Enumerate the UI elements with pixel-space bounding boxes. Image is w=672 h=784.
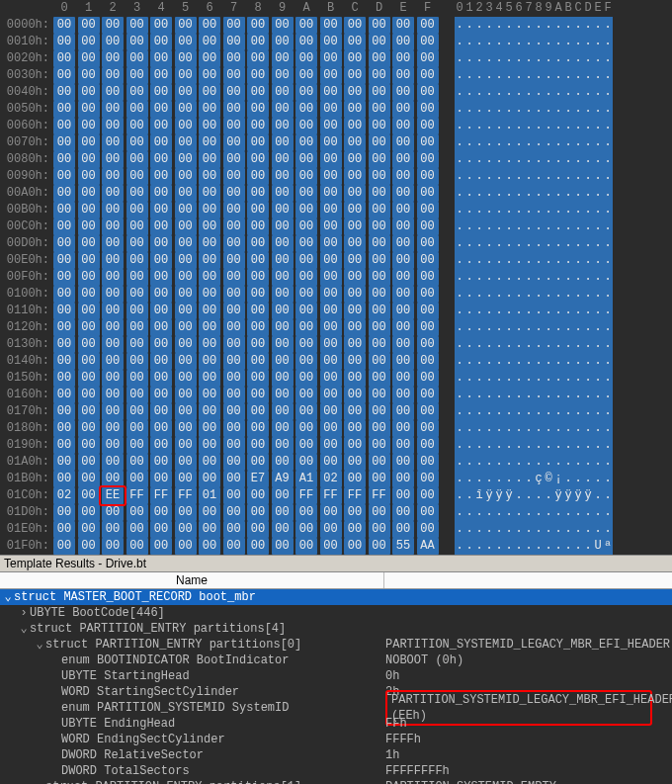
hex-byte[interactable]: 00 <box>175 151 197 168</box>
hex-byte[interactable]: 00 <box>78 504 100 521</box>
hex-byte[interactable]: 00 <box>392 67 414 84</box>
hex-ascii-char[interactable]: . <box>603 437 613 454</box>
hex-row[interactable]: 0160h:00000000000000000000000000000000..… <box>0 387 672 403</box>
hex-ascii-char[interactable]: . <box>583 252 593 269</box>
hex-byte[interactable]: 00 <box>295 437 317 454</box>
hex-ascii-char[interactable]: . <box>563 235 573 252</box>
hex-byte[interactable]: 00 <box>199 353 220 370</box>
hex-byte[interactable]: 00 <box>392 504 414 521</box>
hex-byte[interactable]: 00 <box>126 168 148 185</box>
hex-ascii-char[interactable]: . <box>524 17 534 34</box>
hex-byte[interactable]: 00 <box>78 185 100 202</box>
hex-ascii-char[interactable]: . <box>563 471 573 487</box>
hex-byte[interactable]: FF <box>369 487 390 504</box>
hex-ascii-char[interactable]: . <box>464 34 474 50</box>
hex-ascii-char[interactable]: . <box>593 269 603 286</box>
hex-byte[interactable]: 00 <box>417 34 439 50</box>
hex-byte[interactable]: 00 <box>199 521 220 538</box>
hex-ascii-char[interactable]: . <box>573 353 583 370</box>
hex-ascii-char[interactable]: . <box>534 504 544 521</box>
hex-ascii-char[interactable]: . <box>464 17 474 34</box>
hex-byte[interactable]: 00 <box>247 151 269 168</box>
hex-row[interactable]: 0150h:00000000000000000000000000000000..… <box>0 370 672 387</box>
hex-byte[interactable]: 00 <box>126 252 148 269</box>
hex-ascii-char[interactable]: . <box>474 420 484 437</box>
hex-ascii-char[interactable]: . <box>553 420 563 437</box>
hex-ascii-char[interactable]: . <box>514 84 524 101</box>
hex-ascii-char[interactable]: . <box>484 67 494 84</box>
hex-byte[interactable]: 00 <box>272 420 294 437</box>
hex-row[interactable]: 0010h:00000000000000000000000000000000..… <box>0 34 672 50</box>
hex-byte[interactable]: 00 <box>53 17 75 34</box>
hex-byte[interactable]: 00 <box>320 185 342 202</box>
hex-byte[interactable]: 00 <box>78 538 100 555</box>
hex-byte[interactable]: 00 <box>392 134 414 151</box>
hex-byte[interactable]: 00 <box>223 50 245 67</box>
hex-ascii-char[interactable]: . <box>553 336 563 353</box>
hex-byte[interactable]: 00 <box>272 118 294 134</box>
hex-ascii-char[interactable]: . <box>593 168 603 185</box>
hex-ascii-char[interactable]: . <box>455 521 464 538</box>
hex-ascii-char[interactable]: . <box>484 336 494 353</box>
hex-byte[interactable]: 00 <box>150 538 172 555</box>
hex-byte[interactable]: 00 <box>247 84 269 101</box>
hex-byte[interactable]: 00 <box>53 471 75 487</box>
hex-byte[interactable]: FF <box>126 487 148 504</box>
hex-byte[interactable]: 00 <box>344 269 366 286</box>
hex-byte[interactable]: 00 <box>247 235 269 252</box>
hex-byte[interactable]: 00 <box>175 269 197 286</box>
hex-ascii-char[interactable]: . <box>583 538 593 555</box>
hex-byte[interactable]: 00 <box>223 218 245 235</box>
hex-ascii-char[interactable]: . <box>484 252 494 269</box>
hex-ascii-char[interactable]: . <box>474 218 484 235</box>
hex-byte[interactable]: 00 <box>102 185 124 202</box>
hex-byte[interactable]: 00 <box>126 185 148 202</box>
hex-ascii-char[interactable]: . <box>593 134 603 151</box>
hex-ascii-char[interactable]: . <box>474 202 484 218</box>
hex-ascii-char[interactable]: . <box>593 370 603 387</box>
hex-byte[interactable]: 00 <box>320 134 342 151</box>
hex-byte[interactable]: 00 <box>344 303 366 319</box>
hex-ascii-char[interactable]: . <box>583 336 593 353</box>
hex-byte[interactable]: 00 <box>247 336 269 353</box>
hex-ascii-char[interactable]: . <box>524 218 534 235</box>
hex-byte[interactable]: 00 <box>369 67 390 84</box>
hex-byte[interactable]: 00 <box>295 504 317 521</box>
hex-byte[interactable]: 00 <box>199 269 220 286</box>
hex-byte[interactable]: 00 <box>272 17 294 34</box>
hex-byte[interactable]: 00 <box>247 50 269 67</box>
hex-ascii-char[interactable]: . <box>504 370 514 387</box>
hex-byte[interactable]: 00 <box>417 218 439 235</box>
hex-byte[interactable]: 00 <box>295 420 317 437</box>
hex-ascii-char[interactable]: . <box>464 487 474 504</box>
hex-byte[interactable]: 00 <box>53 218 75 235</box>
hex-byte[interactable]: 00 <box>223 134 245 151</box>
hex-byte[interactable]: 00 <box>102 118 124 134</box>
hex-ascii-char[interactable]: . <box>504 168 514 185</box>
hex-byte[interactable]: 00 <box>102 303 124 319</box>
hex-ascii-char[interactable]: . <box>544 50 553 67</box>
hex-byte[interactable]: 00 <box>53 370 75 387</box>
hex-ascii-char[interactable]: . <box>514 437 524 454</box>
hex-ascii-char[interactable]: . <box>484 454 494 471</box>
hex-ascii-char[interactable]: . <box>534 336 544 353</box>
hex-ascii-char[interactable]: . <box>484 370 494 387</box>
hex-byte[interactable]: 00 <box>199 252 220 269</box>
hex-byte[interactable]: 00 <box>223 420 245 437</box>
hex-byte[interactable]: 00 <box>344 370 366 387</box>
hex-byte[interactable]: 00 <box>126 286 148 303</box>
hex-byte[interactable]: 00 <box>223 168 245 185</box>
hex-ascii-char[interactable]: . <box>514 101 524 118</box>
hex-ascii-char[interactable]: . <box>573 17 583 34</box>
hex-ascii-char[interactable]: . <box>464 454 474 471</box>
hex-byte[interactable]: 00 <box>150 471 172 487</box>
hex-ascii-char[interactable]: . <box>504 538 514 555</box>
hex-byte[interactable]: 00 <box>199 370 220 387</box>
hex-byte[interactable]: 00 <box>223 185 245 202</box>
hex-ascii-char[interactable]: . <box>563 34 573 50</box>
hex-row[interactable]: 01F0h:000000000000000000000000000055AA..… <box>0 538 672 555</box>
hex-byte[interactable]: 00 <box>272 521 294 538</box>
hex-ascii-char[interactable]: . <box>553 403 563 420</box>
hex-ascii-char[interactable]: . <box>573 151 583 168</box>
hex-byte[interactable]: 00 <box>150 454 172 471</box>
